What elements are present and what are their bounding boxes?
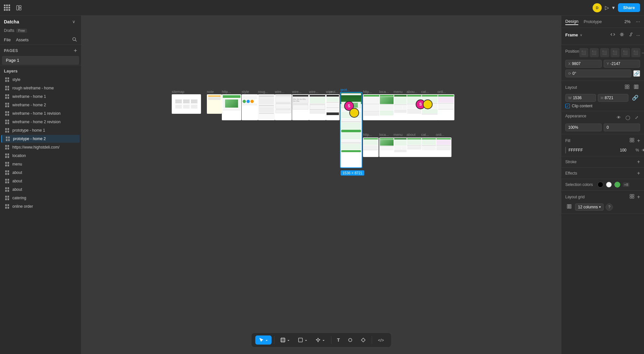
link-icon-btn[interactable] <box>627 31 635 39</box>
align-bottom-btn[interactable]: ⬛ <box>631 48 640 57</box>
frame-thumb-note[interactable] <box>207 94 222 114</box>
y-field[interactable]: Y <box>604 60 640 68</box>
blend-field[interactable] <box>604 124 640 131</box>
grid-col-icon[interactable] <box>565 203 573 211</box>
file-btn[interactable]: File <box>4 37 11 43</box>
sel-color-green[interactable] <box>614 182 620 188</box>
play-dropdown-btn[interactable]: ▾ <box>612 5 615 11</box>
clip-content-checkbox[interactable] <box>565 104 570 108</box>
code-tool[interactable]: </> <box>375 336 387 345</box>
code-icon-btn[interactable] <box>609 31 617 39</box>
fill-eye-btn[interactable]: 👁 <box>642 148 644 153</box>
settings-icon-btn[interactable] <box>618 31 626 39</box>
appearance-fill-btn[interactable]: ◯ <box>624 114 632 121</box>
h-field[interactable]: H <box>598 94 628 102</box>
layer-prototype-home-1[interactable]: prototype - home 1 <box>1 126 80 134</box>
appearance-eye-btn[interactable]: 👁 <box>615 114 623 121</box>
frame-thumb-wire1[interactable] <box>275 94 292 120</box>
rotation-field[interactable]: ⟳ <box>565 70 631 77</box>
layout-grid-btn[interactable] <box>623 84 631 91</box>
layout-grid-icon-btn[interactable] <box>628 193 636 201</box>
layer-wireframe-home-1-rev[interactable]: wireframe - home 1 revision <box>1 110 80 117</box>
frame-tool[interactable] <box>277 335 293 345</box>
layer-about3[interactable]: about <box>1 186 80 193</box>
select-tool[interactable] <box>255 335 271 345</box>
frame-thumb-cat-lower[interactable] <box>421 138 437 157</box>
stroke-add-btn[interactable]: + <box>637 159 640 165</box>
frame-thumb-about-lower[interactable] <box>407 138 422 157</box>
fill-grid-btn[interactable] <box>628 137 636 144</box>
layer-rough-wireframe[interactable]: rough wireframe - home <box>1 84 80 92</box>
pen-tool[interactable] <box>312 335 328 345</box>
play-btn[interactable]: ▷ <box>605 5 609 11</box>
components-tool[interactable] <box>357 335 369 345</box>
x-input[interactable] <box>572 61 591 66</box>
lock-btn[interactable]: 🔗 <box>633 70 640 77</box>
sel-color-white[interactable] <box>606 182 612 188</box>
frame-more-btn[interactable]: ··· <box>636 31 640 39</box>
fill-color-swatch[interactable] <box>565 147 566 153</box>
frame-thumb-wire3[interactable] <box>309 94 326 120</box>
canvas-area[interactable]: sitemap note http... style roug... wire.… <box>81 16 561 354</box>
align-more-btn[interactable]: ··· <box>642 48 644 57</box>
shape-tool[interactable] <box>344 335 356 345</box>
text-tool[interactable]: T <box>334 335 343 345</box>
y-input[interactable] <box>610 61 630 66</box>
resize-lock-btn[interactable]: 🔗 <box>630 94 640 102</box>
layer-prototype-home-2[interactable]: prototype - home 2 <box>1 135 80 143</box>
frame-thumb-wire2[interactable]: Why We Are Why We Offer <box>292 94 309 120</box>
layer-location[interactable]: location <box>1 152 80 160</box>
layer-wireframe-home-2[interactable]: wireframe - home 2 <box>1 101 80 109</box>
share-btn[interactable]: Share <box>618 3 640 12</box>
frame-thumb-sitemap[interactable] <box>172 94 201 114</box>
frame-dropdown-arrow[interactable]: ∨ <box>580 33 582 37</box>
frame-thumb-loca-lower[interactable] <box>379 138 395 157</box>
x-field[interactable]: X <box>565 60 602 68</box>
layout-toggle-btn[interactable] <box>14 4 24 12</box>
align-right-btn[interactable]: ⬛ <box>600 48 609 57</box>
layout-cols-btn[interactable] <box>632 84 640 91</box>
rect-tool[interactable] <box>294 335 311 345</box>
align-center-h-btn[interactable]: ⬛ <box>590 48 599 57</box>
layer-wireframe-home-1[interactable]: wireframe - home 1 <box>1 93 80 100</box>
assets-btn[interactable]: Assets <box>16 37 29 43</box>
effects-add-btn[interactable]: + <box>637 170 640 176</box>
fill-add-btn[interactable]: + <box>637 137 640 144</box>
frame-thumb-onli1[interactable] <box>437 94 454 120</box>
layer-about2[interactable]: about <box>1 177 80 185</box>
opacity-field[interactable] <box>565 124 602 131</box>
align-center-v-btn[interactable]: ⬛ <box>621 48 630 57</box>
frame-thumb-onli-lower[interactable] <box>436 138 451 157</box>
appearance-expand-btn[interactable]: ⤢ <box>633 114 640 121</box>
grid-dropdown[interactable]: 12 columns ▾ <box>575 203 604 211</box>
blend-input[interactable] <box>607 125 616 130</box>
layer-catering[interactable]: catering <box>1 194 80 202</box>
add-page-btn[interactable]: + <box>74 48 77 54</box>
tab-prototype[interactable]: Prototype <box>584 19 602 25</box>
fill-hex-input[interactable] <box>569 148 617 152</box>
frame-thumb-http-lower[interactable] <box>363 138 379 157</box>
opacity-input[interactable] <box>568 125 584 130</box>
frame-thumb-style[interactable] <box>242 94 258 120</box>
h-input[interactable] <box>605 96 624 100</box>
tab-design[interactable]: Design <box>565 18 578 25</box>
align-left-btn[interactable]: ⬛ <box>579 48 588 57</box>
layer-menu[interactable]: menu <box>1 160 80 168</box>
frame-thumb-http1[interactable] <box>222 94 241 120</box>
frame-thumb-wire4[interactable] <box>326 94 340 120</box>
layer-about1[interactable]: about <box>1 169 80 177</box>
layer-highstdeli[interactable]: https://www.highstdeli.com/ <box>1 143 80 151</box>
align-top-btn[interactable]: ⬛ <box>610 48 620 57</box>
layer-wireframe-home-2-rev[interactable]: wireframe - home 2 revision <box>1 118 80 126</box>
search-btn[interactable] <box>72 37 77 43</box>
w-field[interactable]: W <box>565 94 596 102</box>
frame-thumb-rough[interactable] <box>258 94 275 120</box>
layer-online-order[interactable]: online order <box>1 203 80 210</box>
sel-color-black[interactable] <box>597 182 603 188</box>
panel-zoom[interactable]: 2% <box>624 19 631 24</box>
project-menu-btn[interactable]: ∨ <box>71 18 77 25</box>
rotation-input[interactable] <box>572 71 592 76</box>
w-input[interactable] <box>573 96 592 100</box>
page-item-page1[interactable]: Page 1 <box>2 56 79 65</box>
panel-more-btn[interactable]: ··· <box>636 19 640 25</box>
